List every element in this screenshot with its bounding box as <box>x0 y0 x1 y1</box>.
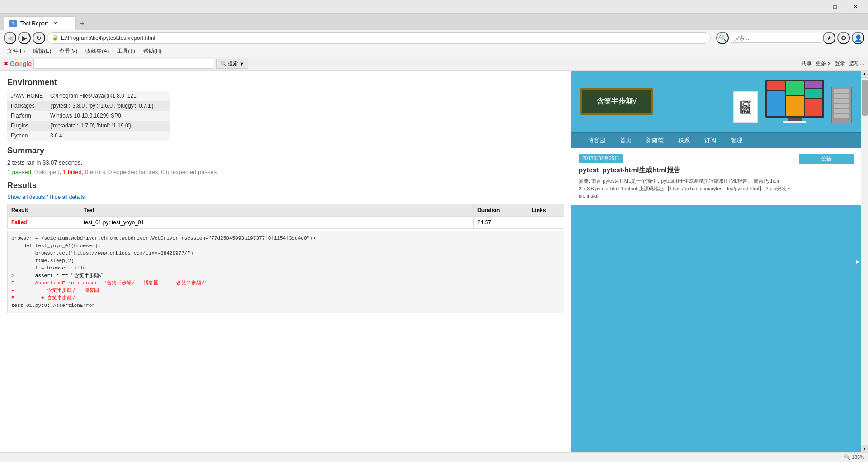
stat-errors: 0 errors <box>85 169 105 175</box>
nav-index[interactable]: 首页 <box>613 133 639 148</box>
notebook-decoration: 📓 <box>733 91 758 123</box>
scroll-down-button[interactable]: ▼ <box>861 445 868 452</box>
scrollbar[interactable]: ▲ ▼ <box>861 71 868 452</box>
code-line-10: test_01.py:9: AssertionError <box>11 302 560 310</box>
tests-ran-text: 2 tests ran in 33.07 seconds. <box>7 159 564 166</box>
code-line-3: browser.get("https://www.cnblogs.com/lix… <box>11 250 560 257</box>
post-title[interactable]: pytest_pytest-html生成html报告 <box>579 166 794 174</box>
env-key: Packages <box>7 101 47 111</box>
monitor-decoration <box>765 80 824 123</box>
active-tab[interactable]: T Test Report ✕ <box>4 16 76 30</box>
google-search-button[interactable]: 🔍 搜索 ▼ <box>216 59 248 69</box>
share-button[interactable]: 共享 <box>801 60 812 67</box>
menu-tools[interactable]: 工具(T) <box>113 47 138 56</box>
code-line-9: E + 含笑半步颠√ <box>11 294 560 302</box>
col-duration: Duration <box>474 204 528 217</box>
menu-favorites[interactable]: 收藏夹(A) <box>82 47 113 56</box>
stat-failed: 1 failed <box>63 169 82 175</box>
stat-skipped: 0 skipped <box>34 169 60 175</box>
result-links <box>528 217 564 229</box>
search-dropdown-icon: ▼ <box>239 61 244 66</box>
google-search-input-wrap[interactable] <box>33 59 214 69</box>
google-search-input[interactable] <box>37 61 211 67</box>
window-controls: – □ ✕ <box>804 0 866 14</box>
blog-header: 含笑半步颠√ 📓 <box>571 71 861 132</box>
env-key: Python <box>7 131 47 141</box>
code-line-5: t = browser.title <box>11 264 560 272</box>
env-value: 3.6.4 <box>47 131 170 141</box>
side-expand-button[interactable]: ▶ <box>854 248 861 275</box>
env-key: JAVA_HOME <box>7 91 47 101</box>
close-button[interactable]: ✕ <box>845 0 866 14</box>
environment-title: Environment <box>7 78 564 87</box>
forward-button[interactable]: ▶ <box>18 32 31 44</box>
search-icon: 🔍 <box>220 61 226 66</box>
post-date: 2018年02月25日 <box>579 154 623 163</box>
show-all-link[interactable]: Show all details <box>7 194 45 200</box>
col-test: Test <box>80 204 474 217</box>
nav-home[interactable]: 博客园 <box>580 133 613 148</box>
code-line-6: > assert t == "含笑半步颠√" <box>11 272 560 280</box>
tab-label: Test Report <box>20 20 48 27</box>
google-close-icon[interactable]: ✖ <box>4 61 8 67</box>
menu-view[interactable]: 查看(V) <box>56 47 81 56</box>
security-icon: 🔒 <box>52 35 58 41</box>
nav-right-buttons: 🔍 ★ ⚙ 👤 <box>716 32 864 44</box>
settings-button[interactable]: ⚙ <box>837 32 850 44</box>
reload-button[interactable]: ↻ <box>33 32 45 44</box>
blog-panel: 含笑半步颠√ 📓 <box>571 71 861 452</box>
env-row: JAVA_HOMEC:\Program Files\Java\jdk1.8.0_… <box>7 91 170 101</box>
env-row: Python3.6.4 <box>7 131 170 141</box>
nav-contact[interactable]: 联系 <box>671 133 697 148</box>
page-content: Environment JAVA_HOMEC:\Program Files\Ja… <box>0 71 868 452</box>
menu-edit[interactable]: 编辑(E) <box>29 47 55 56</box>
login-button[interactable]: 登录 <box>835 60 845 67</box>
nav-admin[interactable]: 管理 <box>723 133 750 148</box>
menu-file[interactable]: 文件(F) <box>4 47 28 56</box>
assert-line: assert t == "含笑半步颠√" <box>35 273 105 278</box>
scroll-thumb[interactable] <box>862 80 868 116</box>
nav-new-post[interactable]: 新随笔 <box>639 133 671 148</box>
results-table: Result Test Duration Links Failed <box>7 204 564 229</box>
account-button[interactable]: 👤 <box>852 32 864 44</box>
col-result: Result <box>8 204 80 217</box>
server-decoration <box>831 87 852 123</box>
title-bar: – □ ✕ <box>0 0 868 14</box>
scroll-up-button[interactable]: ▲ <box>861 71 868 78</box>
favorites-button[interactable]: ★ <box>823 32 835 44</box>
google-logo: Google <box>10 60 32 67</box>
nav-bar: ◀ ▶ ↻ 🔒 🔍 ★ ⚙ 👤 <box>0 30 868 46</box>
back-button[interactable]: ◀ <box>4 32 16 44</box>
env-key: Plugins <box>7 121 47 131</box>
search-input[interactable] <box>731 33 821 43</box>
results-section: Results Show all details / Hide all deta… <box>7 181 564 313</box>
stat-unexpected: 0 unexpected passes <box>161 169 217 175</box>
more-button[interactable]: 更多 » <box>816 60 831 67</box>
env-value: {'pytest': '3.8.0', 'py': '1.6.0', 'plug… <box>47 101 170 111</box>
summary-title: Summary <box>7 146 564 156</box>
blog-panel-inner: 含笑半步颠√ 📓 <box>571 71 861 452</box>
new-tab-button[interactable]: + <box>76 17 89 30</box>
stat-passed: 1 passed <box>7 169 31 175</box>
stat-expected: 0 expected failures <box>108 169 158 175</box>
result-status: Failed <box>8 217 80 229</box>
url-input[interactable] <box>61 35 706 41</box>
hide-all-link[interactable]: Hide all details <box>49 194 85 200</box>
toolbar-right: 共享 更多 » 登录 选项... <box>801 60 864 67</box>
maximize-button[interactable]: □ <box>825 0 845 14</box>
code-block: browser = <selenium.webdriver.chrome.web… <box>7 231 564 313</box>
blog-post: 2018年02月25日 pytest_pytest-html生成html报告 摘… <box>571 148 861 205</box>
env-value: {'metadata': '1.7.0', 'html': '1.19.0'} <box>47 121 170 131</box>
minimize-button[interactable]: – <box>804 0 825 14</box>
address-bar[interactable]: 🔒 <box>47 32 711 44</box>
code-line-7: E AssertionError: assert '含笑半步颠√ - 博客园' … <box>11 279 560 287</box>
blog-nav: 博客园 首页 新随笔 联系 订阅 管理 <box>571 132 861 148</box>
summary-section: Summary 2 tests ran in 33.07 seconds. 1 … <box>7 146 564 175</box>
menu-help[interactable]: 帮助(H) <box>140 47 165 56</box>
search-button[interactable]: 🔍 <box>716 32 729 44</box>
nav-subscribe[interactable]: 订阅 <box>697 133 723 148</box>
e-marker-2: E <box>11 288 41 293</box>
tab-close-button[interactable]: ✕ <box>52 20 59 27</box>
announcement-box: 公告 <box>799 154 854 200</box>
options-button[interactable]: 选项... <box>849 60 864 67</box>
